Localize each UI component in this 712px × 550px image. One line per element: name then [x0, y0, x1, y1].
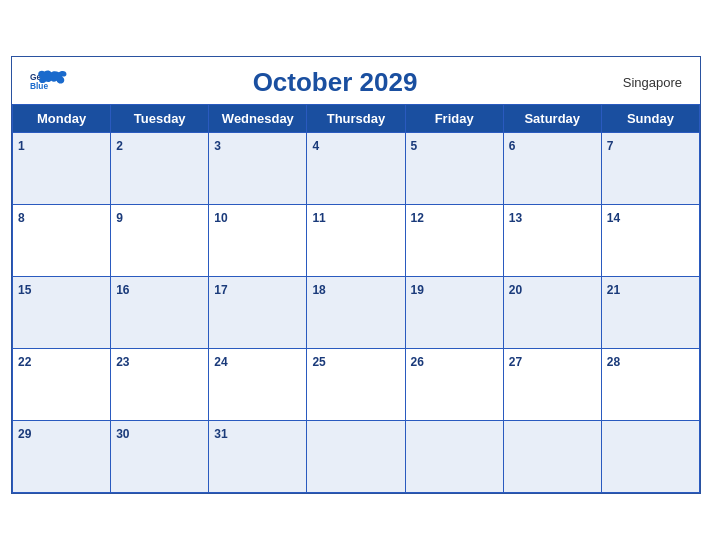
calendar-week-row: 22232425262728 — [13, 349, 700, 421]
day-number: 2 — [116, 139, 123, 153]
weekday-monday: Monday — [13, 105, 111, 133]
calendar-week-row: 1234567 — [13, 133, 700, 205]
table-row: 12 — [405, 205, 503, 277]
calendar-table: Monday Tuesday Wednesday Thursday Friday… — [12, 104, 700, 493]
weekday-sunday: Sunday — [601, 105, 699, 133]
day-number: 13 — [509, 211, 522, 225]
table-row: 31 — [209, 421, 307, 493]
table-row: 26 — [405, 349, 503, 421]
calendar-week-row: 15161718192021 — [13, 277, 700, 349]
day-number: 18 — [312, 283, 325, 297]
table-row: 17 — [209, 277, 307, 349]
table-row: 11 — [307, 205, 405, 277]
table-row: 9 — [111, 205, 209, 277]
table-row: 30 — [111, 421, 209, 493]
table-row: 1 — [13, 133, 111, 205]
table-row: 18 — [307, 277, 405, 349]
day-number: 30 — [116, 427, 129, 441]
day-number: 14 — [607, 211, 620, 225]
weekday-thursday: Thursday — [307, 105, 405, 133]
region-label: Singapore — [602, 75, 682, 90]
svg-text:Blue: Blue — [30, 81, 48, 91]
day-number: 20 — [509, 283, 522, 297]
day-number: 4 — [312, 139, 319, 153]
day-number: 23 — [116, 355, 129, 369]
table-row: 27 — [503, 349, 601, 421]
day-number: 29 — [18, 427, 31, 441]
table-row: 14 — [601, 205, 699, 277]
table-row: 28 — [601, 349, 699, 421]
table-row: 5 — [405, 133, 503, 205]
table-row: 2 — [111, 133, 209, 205]
table-row: 3 — [209, 133, 307, 205]
table-row: 24 — [209, 349, 307, 421]
table-row — [307, 421, 405, 493]
day-number: 28 — [607, 355, 620, 369]
day-number: 1 — [18, 139, 25, 153]
day-number: 8 — [18, 211, 25, 225]
table-row: 20 — [503, 277, 601, 349]
table-row: 29 — [13, 421, 111, 493]
table-row: 25 — [307, 349, 405, 421]
weekday-saturday: Saturday — [503, 105, 601, 133]
table-row: 19 — [405, 277, 503, 349]
day-number: 31 — [214, 427, 227, 441]
table-row: 4 — [307, 133, 405, 205]
day-number: 22 — [18, 355, 31, 369]
logo-bird-icon: General Blue — [30, 69, 68, 97]
table-row: 7 — [601, 133, 699, 205]
day-number: 19 — [411, 283, 424, 297]
weekday-friday: Friday — [405, 105, 503, 133]
day-number: 15 — [18, 283, 31, 297]
day-number: 12 — [411, 211, 424, 225]
day-number: 21 — [607, 283, 620, 297]
day-number: 9 — [116, 211, 123, 225]
calendar-week-row: 891011121314 — [13, 205, 700, 277]
table-row — [503, 421, 601, 493]
day-number: 27 — [509, 355, 522, 369]
table-row — [405, 421, 503, 493]
day-number: 17 — [214, 283, 227, 297]
logo-area: General Blue — [30, 69, 68, 97]
table-row: 21 — [601, 277, 699, 349]
table-row: 8 — [13, 205, 111, 277]
table-row: 15 — [13, 277, 111, 349]
table-row: 23 — [111, 349, 209, 421]
day-number: 10 — [214, 211, 227, 225]
day-number: 25 — [312, 355, 325, 369]
calendar-week-row: 293031 — [13, 421, 700, 493]
day-number: 11 — [312, 211, 325, 225]
calendar-header: General Blue October 2029 Singapore — [12, 57, 700, 104]
table-row — [601, 421, 699, 493]
table-row: 22 — [13, 349, 111, 421]
weekday-tuesday: Tuesday — [111, 105, 209, 133]
day-number: 3 — [214, 139, 221, 153]
table-row: 16 — [111, 277, 209, 349]
day-number: 7 — [607, 139, 614, 153]
table-row: 10 — [209, 205, 307, 277]
day-number: 6 — [509, 139, 516, 153]
calendar: General Blue October 2029 Singapore Mond… — [11, 56, 701, 494]
month-title: October 2029 — [68, 67, 602, 98]
table-row: 6 — [503, 133, 601, 205]
weekday-wednesday: Wednesday — [209, 105, 307, 133]
weekday-header-row: Monday Tuesday Wednesday Thursday Friday… — [13, 105, 700, 133]
day-number: 24 — [214, 355, 227, 369]
table-row: 13 — [503, 205, 601, 277]
day-number: 26 — [411, 355, 424, 369]
day-number: 5 — [411, 139, 418, 153]
day-number: 16 — [116, 283, 129, 297]
